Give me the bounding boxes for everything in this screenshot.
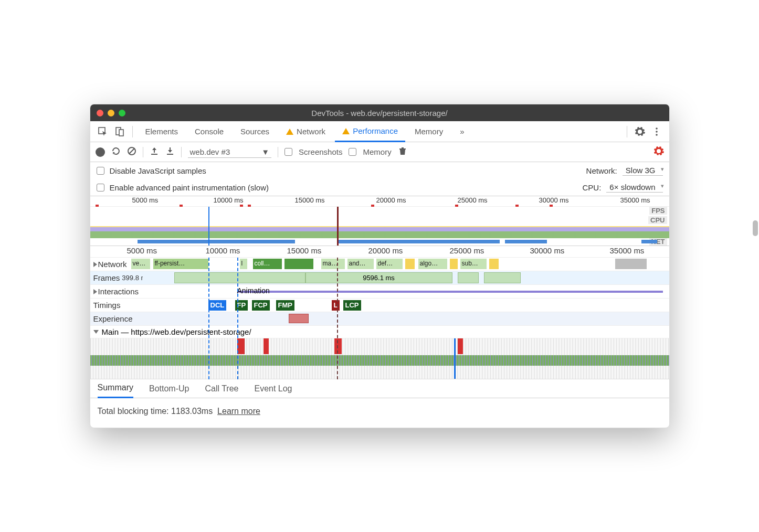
tab-bottomup[interactable]: Bottom-Up <box>149 379 189 398</box>
net-item[interactable]: sub… <box>460 259 487 269</box>
collapse-icon[interactable] <box>93 330 99 334</box>
timing-lcp[interactable]: LCP <box>343 300 361 311</box>
paint-instr-checkbox[interactable] <box>97 184 104 191</box>
record-button[interactable] <box>96 147 105 157</box>
detail-ruler[interactable]: 5000 ms 10000 ms 15000 ms 20000 ms 25000… <box>90 246 669 258</box>
interaction-label: Animation <box>237 286 270 295</box>
cpu-label: CPU: <box>583 183 602 192</box>
tab-eventlog[interactable]: Event Log <box>254 379 292 398</box>
svg-rect-9 <box>167 154 173 155</box>
track-timings[interactable]: Timings DCL FP FCP FMP L LCP <box>90 299 669 312</box>
tab-memory[interactable]: Memory <box>407 121 450 142</box>
timing-fcp[interactable]: FCP <box>252 300 270 311</box>
profile-select-value: web.dev #3 <box>190 147 230 156</box>
titlebar[interactable]: DevTools - web.dev/persistent-storage/ <box>90 104 669 121</box>
net-item[interactable]: algo… <box>418 259 447 269</box>
tick: 25000 ms <box>450 246 484 255</box>
tick: 35000 ms <box>610 246 645 255</box>
track-label: Interactions <box>98 287 139 296</box>
memory-checkbox[interactable] <box>349 148 356 156</box>
cpu-throttle-select[interactable]: 6× slowdown <box>606 182 662 193</box>
tab-network[interactable]: Network <box>279 121 333 142</box>
tab-calltree[interactable]: Call Tree <box>205 379 238 398</box>
flame-chart[interactable] <box>90 338 669 379</box>
tab-sources[interactable]: Sources <box>233 121 277 142</box>
tab-console[interactable]: Console <box>187 121 231 142</box>
tick: 30000 ms <box>530 246 565 255</box>
tick: 35000 ms <box>620 196 650 204</box>
screenshots-checkbox[interactable] <box>284 148 292 156</box>
net-item[interactable]: and… <box>347 259 374 269</box>
disable-js-checkbox[interactable] <box>97 167 104 175</box>
tick: 5000 ms <box>132 196 159 204</box>
net-item[interactable]: coll… <box>253 259 282 269</box>
tick: 20000 ms <box>368 246 403 255</box>
profile-select[interactable]: web.dev #3 ▼ <box>188 146 272 158</box>
svg-rect-2 <box>119 130 123 136</box>
tab-label: Network <box>297 127 325 136</box>
network-throttle-select[interactable]: Slow 3G <box>623 165 663 176</box>
svg-point-5 <box>656 134 658 136</box>
timing-l[interactable]: L <box>332 300 340 311</box>
track-frames[interactable]: Frames399.8 ms 9596.1 ms <box>90 271 669 285</box>
learn-more-link[interactable]: Learn more <box>217 407 260 416</box>
overview-panel[interactable]: FPS CPU NET <box>90 207 669 246</box>
tab-performance[interactable]: Performance <box>335 121 405 142</box>
summary-panel: Total blocking time: 1183.03ms Learn mor… <box>90 398 669 428</box>
warning-icon <box>342 128 350 134</box>
network-label: Network: <box>586 166 617 175</box>
settings-icon[interactable] <box>632 124 647 139</box>
close-icon[interactable] <box>97 110 103 116</box>
save-profile-button[interactable] <box>165 146 175 157</box>
reload-button[interactable] <box>111 146 121 157</box>
expand-icon[interactable] <box>93 262 97 267</box>
memory-label: Memory <box>363 147 391 156</box>
tbt-value: 1183.03ms <box>171 407 213 416</box>
track-label: Experience <box>93 314 133 323</box>
load-profile-button[interactable] <box>150 146 159 157</box>
svg-point-4 <box>656 131 658 133</box>
frame-time: 399.8 ms <box>122 274 142 282</box>
device-toggle-icon[interactable] <box>112 124 127 139</box>
timing-dcl[interactable]: DCL <box>208 300 227 311</box>
tick: 30000 ms <box>539 196 569 204</box>
range-start-handle[interactable] <box>208 207 209 246</box>
window-title: DevTools - web.dev/persistent-storage/ <box>311 109 447 118</box>
track-network[interactable]: Network ve… ff-persist… l coll… ma… and…… <box>90 258 669 271</box>
options-row-2: Enable advanced paint instrumentation (s… <box>90 179 669 196</box>
clear-button[interactable] <box>127 146 136 157</box>
zoom-icon[interactable] <box>119 110 125 116</box>
delete-button[interactable] <box>398 146 407 157</box>
tick: 10000 ms <box>214 196 244 204</box>
track-interactions[interactable]: Interactions Animation <box>90 285 669 299</box>
track-label: Frames <box>93 273 120 282</box>
track-main-header[interactable]: Main — https://web.dev/persistent-storag… <box>90 326 669 338</box>
overview-ruler[interactable]: 5000 ms 10000 ms 15000 ms 20000 ms 25000… <box>90 196 669 207</box>
tab-summary[interactable]: Summary <box>98 379 133 398</box>
paint-instr-label: Enable advanced paint instrumentation (s… <box>110 183 269 192</box>
net-item[interactable]: ma… <box>321 259 345 269</box>
tab-elements[interactable]: Elements <box>138 121 186 142</box>
experience-block[interactable] <box>289 314 309 323</box>
tab-more[interactable]: » <box>452 121 471 142</box>
net-item[interactable]: def… <box>376 259 403 269</box>
fps-label: FPS <box>649 207 667 215</box>
cpu-value: 6× slowdown <box>609 183 655 191</box>
net-item[interactable]: l <box>240 259 247 269</box>
screenshots-label: Screenshots <box>299 147 342 156</box>
minimize-icon[interactable] <box>108 110 114 116</box>
net-item[interactable]: ff-persist… <box>153 259 208 269</box>
tick: 25000 ms <box>458 196 488 204</box>
warning-icon <box>286 129 293 135</box>
inspect-icon[interactable] <box>96 124 110 139</box>
timing-fmp[interactable]: FMP <box>276 300 294 311</box>
network-value: Slow 3G <box>626 166 656 175</box>
expand-icon[interactable] <box>93 289 97 294</box>
capture-settings-icon[interactable] <box>653 146 664 158</box>
playhead[interactable] <box>454 338 456 379</box>
svg-rect-8 <box>151 154 157 155</box>
tbt-label: Total blocking time: <box>98 407 172 416</box>
tick: 20000 ms <box>376 196 406 204</box>
track-experience[interactable]: Experience <box>90 312 669 326</box>
kebab-icon[interactable] <box>649 124 664 139</box>
